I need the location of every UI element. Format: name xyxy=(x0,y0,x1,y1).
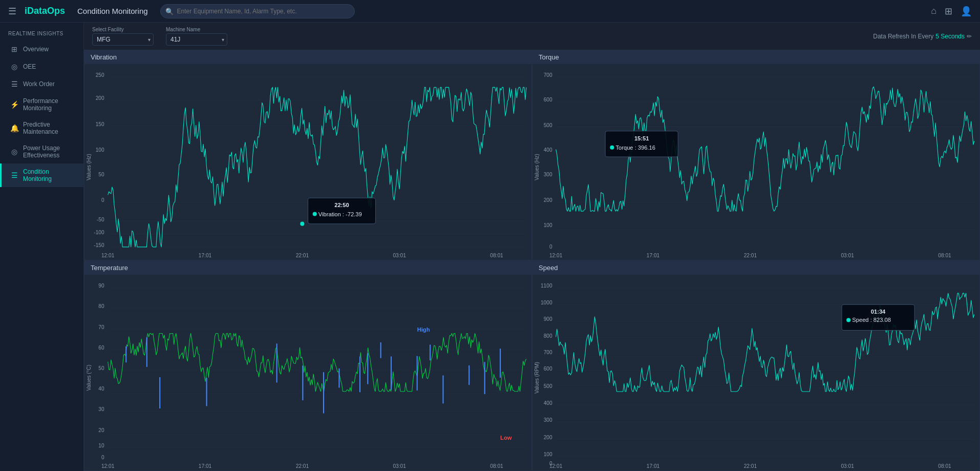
machine-control: Machine Name 41J ▾ xyxy=(166,27,227,46)
svg-text:22:01: 22:01 xyxy=(296,253,309,258)
refresh-info: Data Refresh In Every 5 Seconds ✏ xyxy=(873,33,972,40)
logo: iDataOps xyxy=(25,6,65,16)
svg-text:200: 200 xyxy=(544,197,552,203)
svg-text:300: 300 xyxy=(544,172,552,177)
workorder-icon: ☰ xyxy=(10,80,19,88)
torque-title: Torque xyxy=(532,50,979,64)
torque-svg: 700 600 500 400 300 200 100 0 Values (Hz… xyxy=(532,64,979,260)
sidebar: Realtime Insights ⊞ Overview ◎ OEE ☰ Wor… xyxy=(0,23,84,471)
svg-text:12:01: 12:01 xyxy=(101,253,115,258)
svg-text:10: 10 xyxy=(98,443,104,448)
svg-text:100: 100 xyxy=(96,147,104,153)
topbar-right: ⌂ ⊞ 👤 xyxy=(931,6,972,17)
sidebar-label-oee: OEE xyxy=(23,63,36,70)
svg-text:500: 500 xyxy=(544,383,552,389)
svg-text:30: 30 xyxy=(98,406,104,412)
facility-select-wrap: MFG ▾ xyxy=(92,33,154,46)
power-icon: ◎ xyxy=(10,148,19,156)
vibration-chart-body: 250 200 150 100 50 0 -50 -100 -150 Value… xyxy=(84,64,531,260)
svg-text:22:50: 22:50 xyxy=(334,202,349,209)
refresh-edit-icon[interactable]: ✏ xyxy=(967,33,972,40)
svg-text:0: 0 xyxy=(101,455,104,460)
svg-text:Speed : 823.08: Speed : 823.08 xyxy=(852,317,891,323)
svg-point-132 xyxy=(846,318,850,322)
svg-text:-100: -100 xyxy=(94,230,104,235)
svg-text:900: 900 xyxy=(544,317,552,322)
main-content: Select Facility MFG ▾ Machine Name 41J ▾ xyxy=(84,23,980,471)
svg-text:Values (RPM): Values (RPM) xyxy=(534,362,540,394)
controls-bar: Select Facility MFG ▾ Machine Name 41J ▾ xyxy=(84,23,980,50)
performance-icon: ⚡ xyxy=(10,100,19,109)
svg-text:200: 200 xyxy=(96,95,104,101)
sidebar-section-label: Realtime Insights xyxy=(0,31,83,40)
sidebar-item-power[interactable]: ◎ Power Usage Effectiveness xyxy=(0,140,83,163)
vibration-panel: Vibration 250 200 150 100 50 0 -50 -100 … xyxy=(84,50,532,260)
svg-text:Values (°C): Values (°C) xyxy=(86,365,92,391)
sidebar-item-performance[interactable]: ⚡ Performance Monitoring xyxy=(0,93,83,116)
svg-point-27 xyxy=(313,212,317,216)
machine-select[interactable]: 41J xyxy=(166,33,227,46)
facility-label: Select Facility xyxy=(92,27,154,32)
search-icon: 🔍 xyxy=(165,7,174,15)
svg-text:700: 700 xyxy=(544,72,552,78)
vibration-svg: 250 200 150 100 50 0 -50 -100 -150 Value… xyxy=(84,64,531,260)
svg-text:50: 50 xyxy=(98,365,104,371)
predictive-icon: 🔔 xyxy=(10,124,19,132)
svg-text:Values (Hz): Values (Hz) xyxy=(534,154,540,180)
speed-chart-body: 1100 1000 900 800 700 600 500 400 300 20… xyxy=(532,275,979,470)
svg-text:200: 200 xyxy=(544,435,552,440)
facility-select[interactable]: MFG xyxy=(92,33,154,46)
temperature-title: Temperature xyxy=(84,261,531,275)
sidebar-item-oee[interactable]: ◎ OEE xyxy=(0,58,83,75)
svg-text:17:01: 17:01 xyxy=(199,463,212,469)
search-wrap: 🔍 xyxy=(160,4,355,18)
svg-text:300: 300 xyxy=(544,418,552,423)
sidebar-label-performance: Performance Monitoring xyxy=(23,97,75,112)
svg-text:-50: -50 xyxy=(97,217,104,222)
menu-icon[interactable]: ☰ xyxy=(8,6,16,17)
svg-text:60: 60 xyxy=(98,345,104,351)
topbar: ☰ iDataOps Condition Monitoring 🔍 ⌂ ⊞ 👤 xyxy=(0,0,980,23)
speed-svg: 1100 1000 900 800 700 600 500 400 300 20… xyxy=(532,275,979,470)
search-input[interactable] xyxy=(160,4,355,18)
high-label: High xyxy=(417,326,430,333)
page-title: Condition Monitoring xyxy=(77,7,148,15)
torque-panel: Torque 700 600 500 400 300 200 100 0 Val… xyxy=(532,50,980,260)
svg-point-29 xyxy=(300,222,304,226)
svg-text:800: 800 xyxy=(544,333,552,339)
speed-panel: Speed 1100 1000 900 800 700 600 500 400 … xyxy=(532,260,980,471)
svg-text:150: 150 xyxy=(96,121,104,127)
sidebar-item-overview[interactable]: ⊞ Overview xyxy=(0,40,83,58)
refresh-interval[interactable]: 5 Seconds xyxy=(935,33,965,40)
svg-text:12:01: 12:01 xyxy=(549,463,563,469)
temperature-svg: 90 80 70 60 50 40 30 20 10 0 Values (°C) xyxy=(84,275,531,470)
svg-text:100: 100 xyxy=(544,452,552,457)
svg-text:22:01: 22:01 xyxy=(296,463,309,469)
svg-text:22:01: 22:01 xyxy=(744,253,757,258)
sidebar-label-predictive: Predictive Maintenance xyxy=(23,121,75,135)
temperature-lines xyxy=(108,333,526,391)
svg-text:Values (Hz): Values (Hz) xyxy=(86,154,92,180)
svg-text:1100: 1100 xyxy=(541,283,552,289)
sidebar-item-workorder[interactable]: ☰ Work Order xyxy=(0,75,83,93)
svg-text:250: 250 xyxy=(96,72,104,78)
sidebar-label-workorder: Work Order xyxy=(23,80,55,88)
machine-label: Machine Name xyxy=(166,27,227,32)
grid-icon[interactable]: ⊞ xyxy=(945,6,952,17)
svg-text:17:01: 17:01 xyxy=(647,463,660,469)
svg-text:01:34: 01:34 xyxy=(871,309,886,315)
home-icon[interactable]: ⌂ xyxy=(931,6,936,16)
condition-icon: ☰ xyxy=(10,171,19,179)
temperature-chart-body: 90 80 70 60 50 40 30 20 10 0 Values (°C) xyxy=(84,275,531,470)
oee-icon: ◎ xyxy=(10,63,19,71)
sidebar-item-condition[interactable]: ☰ Condition Monitoring xyxy=(0,163,83,187)
svg-text:80: 80 xyxy=(98,303,104,309)
user-icon[interactable]: 👤 xyxy=(961,6,972,17)
svg-text:08:01: 08:01 xyxy=(938,253,951,258)
charts-grid: Vibration 250 200 150 100 50 0 -50 -100 … xyxy=(84,50,980,471)
torque-chart-body: 700 600 500 400 300 200 100 0 Values (Hz… xyxy=(532,64,979,260)
sidebar-item-predictive[interactable]: 🔔 Predictive Maintenance xyxy=(0,116,83,140)
svg-text:0: 0 xyxy=(549,244,552,250)
speed-title: Speed xyxy=(532,261,979,275)
svg-text:12:01: 12:01 xyxy=(101,463,115,469)
